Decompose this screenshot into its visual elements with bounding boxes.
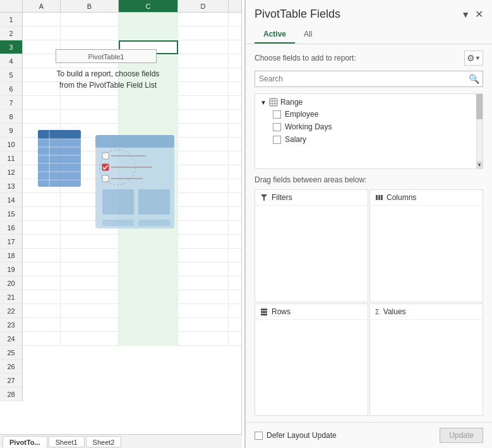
row-num-13[interactable]: 13 (0, 179, 22, 193)
row-num-10[interactable]: 10 (0, 138, 22, 151)
row-num-6[interactable]: 6 (0, 82, 22, 96)
sheet-tab-1[interactable]: PivotTo... (3, 436, 47, 447)
search-icon[interactable]: 🔍 (465, 71, 483, 87)
row-num-5[interactable]: 5 (0, 68, 22, 82)
spreadsheet-instructions: To build a report, choose fields from th… (35, 68, 181, 91)
table-row (23, 332, 241, 346)
row-num-25[interactable]: 25 (0, 346, 22, 360)
row-num-8[interactable]: 8 (0, 110, 22, 124)
col-header-c[interactable]: C (119, 0, 178, 12)
row-numbers: 1 2 3 4 5 6 7 8 9 10 11 12 13 14 15 16 1… (0, 13, 23, 401)
col-header-b[interactable]: B (61, 0, 119, 12)
gear-dropdown-arrow: ▼ (475, 55, 481, 61)
row-num-19[interactable]: 19 (0, 262, 22, 276)
row-num-22[interactable]: 22 (0, 304, 22, 318)
gear-icon: ⚙ (467, 53, 475, 63)
close-icon[interactable]: ✕ (475, 8, 483, 20)
update-button[interactable]: Update (440, 428, 483, 443)
defer-row: Defer Layout Update (255, 431, 337, 440)
field-checkbox-employee[interactable] (273, 110, 281, 119)
drop-zone-values[interactable]: Σ Values (369, 304, 483, 416)
sheet-tab-3[interactable]: Sheet2 (86, 436, 122, 447)
chevron-down-icon[interactable]: ▼ (461, 9, 470, 20)
defer-layout-checkbox[interactable] (255, 432, 263, 440)
fields-list: ▼ Range Employee (255, 93, 483, 169)
svg-marker-27 (261, 194, 267, 201)
field-checkbox-salary[interactable] (273, 136, 281, 144)
drop-zone-rows[interactable]: Rows (255, 304, 368, 416)
row-num-2[interactable]: 2 (0, 27, 22, 40)
panel-footer: Defer Layout Update Update (246, 422, 492, 448)
row-num-28[interactable]: 28 (0, 387, 22, 401)
search-box: 🔍 (255, 71, 483, 87)
row-num-17[interactable]: 17 (0, 235, 22, 249)
scrollbar-thumb[interactable] (476, 94, 483, 119)
drop-zone-filters-header: Filters (255, 190, 368, 206)
field-label-working-days: Working Days (285, 122, 332, 131)
tab-all[interactable]: All (295, 26, 321, 44)
svg-rect-22 (270, 98, 277, 106)
row-num-15[interactable]: 15 (0, 207, 22, 221)
drop-zone-columns[interactable]: Columns (369, 189, 483, 302)
row-num-14[interactable]: 14 (0, 193, 22, 207)
panel-tabs: Active All (255, 26, 483, 44)
collapse-icon: ▼ (260, 99, 267, 106)
choose-fields-row: Choose fields to add to report: ⚙ ▼ (255, 50, 483, 66)
row-num-24[interactable]: 24 (0, 332, 22, 346)
row-num-12[interactable]: 12 (0, 165, 22, 179)
svg-rect-17 (102, 189, 134, 215)
svg-rect-11 (102, 153, 109, 159)
fields-scrollbar-track: ▲ ▼ (476, 94, 483, 168)
drop-zone-filters[interactable]: Filters (255, 189, 368, 302)
table-row (23, 96, 241, 110)
table-row (23, 290, 241, 304)
sheet-tab-2[interactable]: Sheet1 (49, 436, 85, 447)
row-num-7[interactable]: 7 (0, 96, 22, 110)
svg-rect-10 (95, 135, 174, 148)
svg-rect-31 (261, 309, 267, 310)
col-header-a[interactable]: A (23, 0, 61, 12)
row-num-3[interactable]: 3 (0, 40, 22, 54)
col-header-d[interactable]: D (178, 0, 229, 12)
pivot-illustration (35, 126, 177, 230)
row-num-16[interactable]: 16 (0, 221, 22, 235)
table-row (23, 249, 241, 262)
settings-button[interactable]: ⚙ ▼ (464, 50, 483, 66)
search-input[interactable] (255, 74, 465, 83)
row-num-27[interactable]: 27 (0, 374, 22, 387)
values-body (370, 320, 483, 416)
tab-active[interactable]: Active (255, 26, 295, 44)
svg-rect-15 (102, 175, 109, 182)
row-num-9[interactable]: 9 (0, 124, 22, 138)
table-row (23, 304, 241, 318)
svg-rect-1 (38, 130, 81, 139)
field-group-header[interactable]: ▼ Range (258, 97, 480, 108)
scrollbar-down-arrow[interactable]: ▼ (476, 161, 483, 168)
pivot-panel: PivotTable Fields ▼ ✕ Active All Choose … (244, 0, 492, 448)
table-row (23, 13, 241, 27)
field-checkbox-working-days[interactable] (273, 123, 281, 131)
row-num-23[interactable]: 23 (0, 318, 22, 332)
row-num-1[interactable]: 1 (0, 13, 22, 27)
row-num-4[interactable]: 4 (0, 54, 22, 68)
panel-title: PivotTable Fields (255, 8, 340, 21)
panel-title-icons: ▼ ✕ (461, 8, 483, 20)
field-label-employee: Employee (285, 110, 318, 119)
row-num-11[interactable]: 11 (0, 151, 22, 165)
row-num-21[interactable]: 21 (0, 290, 22, 304)
drop-zone-values-label: Values (383, 307, 406, 316)
svg-rect-33 (261, 314, 267, 315)
field-item-employee: Employee (258, 108, 480, 121)
svg-rect-32 (261, 311, 267, 313)
panel-title-row: PivotTable Fields ▼ ✕ (255, 8, 483, 21)
drop-zone-rows-label: Rows (272, 307, 291, 316)
field-label-salary: Salary (285, 135, 306, 144)
drop-zone-columns-header: Columns (370, 190, 483, 206)
filters-body (255, 206, 368, 302)
drop-zone-filters-label: Filters (272, 193, 292, 202)
row-num-18[interactable]: 18 (0, 249, 22, 262)
svg-rect-28 (376, 195, 378, 200)
row-num-20[interactable]: 20 (0, 276, 22, 290)
drop-zone-values-header: Σ Values (370, 304, 483, 320)
row-num-26[interactable]: 26 (0, 360, 22, 374)
